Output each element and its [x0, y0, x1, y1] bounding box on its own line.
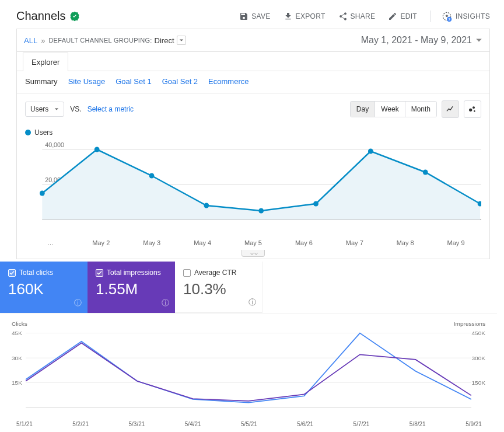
- primary-metric-select[interactable]: Users: [25, 102, 64, 117]
- users-chart: 40,000 20,000: [25, 138, 481, 237]
- insights-button[interactable]: 3 INSIGHTS: [430, 11, 490, 22]
- bubble-chart-icon: [468, 104, 477, 114]
- card-total-clicks[interactable]: Total clicks 160K ⓘ: [0, 262, 88, 313]
- save-button[interactable]: SAVE: [239, 11, 270, 22]
- verified-icon: [69, 11, 80, 22]
- clicks-impressions-chart: Clicks Impressions 45K 30K 15K 450K 300K…: [0, 313, 497, 419]
- caret-down-icon: [475, 37, 482, 44]
- date-range-picker[interactable]: May 1, 2021 - May 9, 2021: [361, 35, 482, 46]
- tab-explorer[interactable]: Explorer: [23, 53, 68, 71]
- svg-point-14: [204, 203, 209, 208]
- legend-dot-users: [25, 130, 31, 135]
- svg-point-13: [149, 173, 155, 179]
- svg-text:15K: 15K: [12, 380, 22, 386]
- breadcrumb-sep: »: [41, 36, 45, 45]
- checkbox-checked-icon: [96, 269, 103, 277]
- legend-users-label: Users: [34, 128, 52, 137]
- chart2-xaxis: 5/1/215/2/215/3/215/4/215/5/215/6/215/7/…: [0, 419, 497, 432]
- card-ctr-value: 10.3%: [183, 280, 254, 298]
- help-icon[interactable]: ⓘ: [74, 298, 82, 308]
- card-impressions-value: 1.55M: [96, 280, 167, 298]
- line-chart-toggle[interactable]: [442, 100, 459, 118]
- chevrons-icon: [242, 251, 265, 257]
- right-axis-label: Impressions: [454, 321, 485, 328]
- share-icon: [338, 12, 348, 21]
- svg-point-4: [473, 106, 475, 109]
- svg-point-11: [40, 191, 45, 196]
- checkbox-unchecked-icon: [183, 269, 191, 277]
- breadcrumb-all[interactable]: ALL: [24, 36, 37, 45]
- chart-expander[interactable]: [242, 250, 265, 257]
- time-month-button[interactable]: Month: [405, 102, 436, 117]
- help-icon[interactable]: ⓘ: [162, 298, 169, 308]
- card-average-ctr[interactable]: Average CTR 10.3% ⓘ: [175, 262, 262, 313]
- insights-icon: 3: [441, 11, 453, 22]
- svg-point-3: [469, 109, 472, 112]
- svg-text:3: 3: [448, 17, 450, 20]
- page-title: Channels: [16, 9, 80, 23]
- svg-point-18: [423, 170, 428, 175]
- subtab-goal2[interactable]: Goal Set 2: [162, 77, 198, 86]
- motion-chart-toggle[interactable]: [464, 100, 481, 118]
- share-button[interactable]: SHARE: [338, 11, 376, 22]
- svg-text:450K: 450K: [471, 330, 485, 337]
- subtab-ecommerce[interactable]: Ecommerce: [208, 77, 249, 86]
- breadcrumb-dropdown[interactable]: [177, 36, 186, 45]
- svg-text:30K: 30K: [12, 355, 22, 361]
- card-clicks-value: 160K: [8, 280, 79, 298]
- time-week-button[interactable]: Week: [374, 102, 404, 117]
- line-chart-icon: [446, 104, 455, 114]
- subtab-summary[interactable]: Summary: [25, 77, 58, 86]
- svg-point-16: [313, 201, 318, 207]
- breadcrumb-group-label: DEFAULT CHANNEL GROUPING:: [48, 37, 152, 44]
- vs-label: VS.: [70, 105, 81, 113]
- export-button[interactable]: EXPORT: [284, 11, 326, 22]
- breadcrumb-group-value: Direct: [155, 36, 174, 45]
- subtab-site-usage[interactable]: Site Usage: [68, 77, 106, 86]
- edit-icon: [388, 12, 397, 21]
- left-axis-label: Clicks: [12, 321, 27, 328]
- card-total-impressions[interactable]: Total impressions 1.55M ⓘ: [88, 262, 175, 313]
- page-title-text: Channels: [16, 9, 66, 23]
- caret-down-icon: [179, 38, 184, 43]
- svg-point-5: [474, 110, 475, 112]
- subtab-goal1[interactable]: Goal Set 1: [116, 77, 151, 86]
- svg-point-17: [368, 149, 373, 154]
- help-icon[interactable]: ⓘ: [249, 297, 256, 308]
- svg-text:300K: 300K: [471, 355, 485, 361]
- svg-text:45K: 45K: [12, 330, 22, 337]
- svg-text:150K: 150K: [471, 380, 485, 386]
- time-day-button[interactable]: Day: [351, 102, 374, 117]
- edit-button[interactable]: EDIT: [388, 11, 417, 22]
- export-icon: [284, 12, 293, 21]
- time-granularity-group: Day Week Month: [350, 101, 437, 117]
- select-metric-link[interactable]: Select a metric: [88, 105, 134, 113]
- svg-point-12: [94, 147, 100, 152]
- svg-text:40,000: 40,000: [45, 141, 64, 148]
- checkbox-checked-icon: [8, 269, 16, 277]
- svg-point-15: [258, 208, 264, 214]
- save-icon: [239, 12, 249, 21]
- caret-down-icon: [54, 107, 59, 112]
